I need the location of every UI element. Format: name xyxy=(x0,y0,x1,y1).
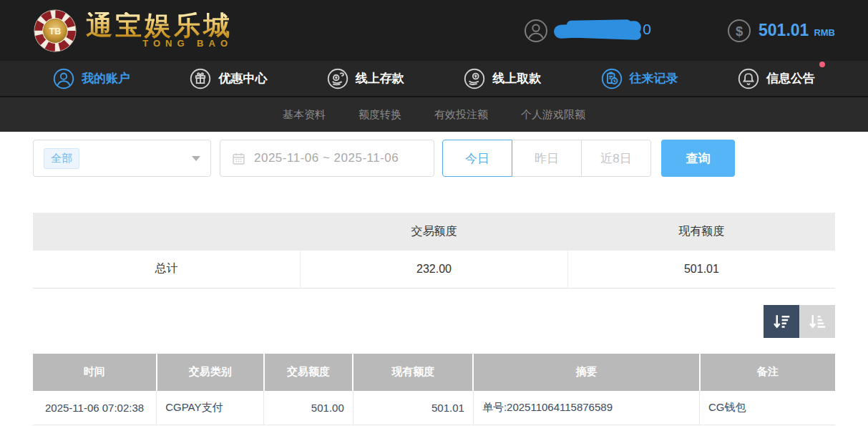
subnav-item-game-limits[interactable]: 个人游戏限额 xyxy=(521,108,585,122)
balance-display: $ 501.01 RMB xyxy=(727,19,835,43)
date-range-input[interactable]: 2025-11-06 ~ 2025-11-06 xyxy=(220,140,434,177)
records-header-summary: 摘要 xyxy=(473,354,699,391)
filter-row: 全部 2025-11-06 ~ 2025-11-06 今日 昨日 近8日 查询 xyxy=(33,140,835,177)
gift-icon xyxy=(190,68,211,89)
deposit-icon xyxy=(327,68,348,89)
date-range-value: 2025-11-06 ~ 2025-11-06 xyxy=(254,151,399,165)
calendar-icon xyxy=(231,151,246,166)
balance-amount: 501.01 xyxy=(759,21,809,40)
sort-desc-icon xyxy=(771,311,792,332)
nav-item-my-account[interactable]: 我的账户 xyxy=(53,68,130,89)
bell-icon xyxy=(738,68,759,89)
records-header-type: 交易类别 xyxy=(157,354,264,391)
records-header-amount: 交易额度 xyxy=(264,354,353,391)
records-header-row: 时间 交易类别 交易额度 现有额度 摘要 备注 xyxy=(33,354,835,391)
sub-nav: 基本资料 额度转换 有效投注额 个人游戏限额 xyxy=(0,97,868,132)
chip-label: TB xyxy=(49,26,62,36)
summary-table: 交易额度 现有额度 总计 232.00 501.01 xyxy=(33,213,835,289)
dollar-circle-icon: $ xyxy=(727,19,751,43)
top-header: TB 通宝娱乐城 TONG BAO 0 $ 501.01 RMB xyxy=(0,0,868,61)
main-content: 全部 2025-11-06 ~ 2025-11-06 今日 昨日 近8日 查询 … xyxy=(0,140,868,425)
redacted-username: 0 xyxy=(554,19,648,42)
search-button[interactable]: 查询 xyxy=(661,140,735,177)
record-balance: 501.01 xyxy=(353,391,473,425)
summary-header-row: 交易额度 现有额度 xyxy=(33,213,835,251)
summary-header-transaction-amount: 交易额度 xyxy=(301,213,568,251)
record-type: CGPAY支付 xyxy=(157,391,264,425)
sort-controls xyxy=(33,305,835,338)
selected-type-tag: 全部 xyxy=(44,148,79,169)
user-icon xyxy=(53,68,74,89)
nav-label: 往来记录 xyxy=(630,70,678,87)
brand-name-zh: 通宝娱乐城 xyxy=(86,12,233,40)
quick-range-yesterday[interactable]: 昨日 xyxy=(512,140,582,177)
brand-name-en: TONG BAO xyxy=(86,38,233,49)
table-row: 2025-11-06 07:02:38 CGPAY支付 501.00 501.0… xyxy=(33,391,835,425)
summary-total-current-amount: 501.01 xyxy=(567,251,835,288)
sort-ascending-button[interactable] xyxy=(799,305,835,338)
summary-header-empty xyxy=(33,213,301,251)
balance-currency: RMB xyxy=(814,23,835,38)
subnav-item-quota-transfer[interactable]: 额度转换 xyxy=(359,108,401,122)
quick-range-last8days[interactable]: 近8日 xyxy=(581,140,651,177)
records-header-balance: 现有额度 xyxy=(353,354,473,391)
quick-range-group: 今日 昨日 近8日 xyxy=(442,140,651,177)
nav-label: 线上存款 xyxy=(356,70,404,87)
sort-descending-button[interactable] xyxy=(764,305,799,338)
nav-label: 信息公告 xyxy=(766,70,815,87)
summary-total-row: 总计 232.00 501.01 xyxy=(33,251,835,288)
quick-range-today[interactable]: 今日 xyxy=(442,140,512,177)
transaction-type-select[interactable]: 全部 xyxy=(33,140,211,177)
notification-badge-dot xyxy=(819,62,825,67)
main-nav: 我的账户 优惠中心 线上存款 线上取款 xyxy=(0,61,868,97)
summary-total-label: 总计 xyxy=(33,251,301,288)
user-info: 0 xyxy=(524,19,648,43)
user-avatar-icon xyxy=(524,19,548,43)
record-summary: 单号:202511064115876589 xyxy=(473,391,699,425)
nav-label: 优惠中心 xyxy=(218,70,267,87)
nav-item-promotions[interactable]: 优惠中心 xyxy=(190,68,267,89)
nav-item-announcements[interactable]: 信息公告 xyxy=(738,68,815,89)
summary-total-transaction-amount: 232.00 xyxy=(301,251,568,288)
poker-chip-icon: TB xyxy=(33,9,77,53)
nav-item-withdraw[interactable]: 线上取款 xyxy=(464,68,541,89)
records-icon xyxy=(601,68,623,89)
records-header-time: 时间 xyxy=(33,354,157,391)
record-amount: 501.00 xyxy=(264,391,353,425)
subnav-item-basic-info[interactable]: 基本资料 xyxy=(283,108,326,122)
record-time: 2025-11-06 07:02:38 xyxy=(33,391,157,425)
records-table: 时间 交易类别 交易额度 现有额度 摘要 备注 2025-11-06 07:02… xyxy=(33,354,835,426)
withdraw-icon xyxy=(464,68,485,89)
nav-item-deposit[interactable]: 线上存款 xyxy=(327,68,404,89)
summary-header-current-amount: 现有额度 xyxy=(567,213,835,251)
sort-asc-icon xyxy=(806,311,828,332)
subnav-item-valid-bets[interactable]: 有效投注额 xyxy=(434,108,488,122)
nav-label: 线上取款 xyxy=(492,70,541,87)
record-remark: CG钱包 xyxy=(700,391,835,425)
site-logo[interactable]: TB 通宝娱乐城 TONG BAO xyxy=(33,9,233,53)
nav-item-transaction-records[interactable]: 往来记录 xyxy=(601,68,678,89)
username-visible-suffix: 0 xyxy=(643,21,651,38)
chevron-down-icon xyxy=(192,156,200,161)
nav-label: 我的账户 xyxy=(82,70,130,87)
records-header-remark: 备注 xyxy=(700,354,835,391)
svg-text:$: $ xyxy=(736,23,743,38)
